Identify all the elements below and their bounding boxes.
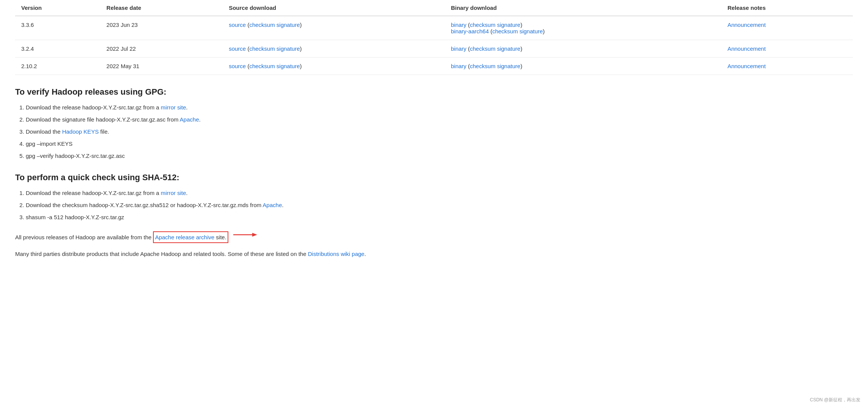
sha-step1-after: .: [186, 190, 187, 196]
sha-step2-before: Download the checksum hadoop-X.Y.Z-src.t…: [26, 202, 263, 208]
source-link[interactable]: source: [229, 63, 246, 69]
source-checksum-link[interactable]: checksum signature: [249, 45, 300, 52]
binary-link[interactable]: binary: [451, 45, 467, 52]
list-item: Download the checksum hadoop-X.Y.Z-src.t…: [26, 201, 853, 210]
col-header-release-notes: Release notes: [721, 0, 853, 16]
binary-download-cell: binary (checksum signature): [445, 40, 721, 58]
col-header-source-download: Source download: [223, 0, 445, 16]
binary-checksum-link[interactable]: checksum signature: [470, 22, 520, 28]
list-item: Download the Hadoop KEYS file.: [26, 127, 853, 136]
gpg-step3-before: Download the: [26, 128, 62, 135]
release-date-cell: 2023 Jun 23: [100, 16, 223, 40]
release-notes-cell: Announcement: [721, 40, 853, 58]
source-download-cell: source (checksum signature): [223, 58, 445, 75]
binary-aarch64-link-row: binary-aarch64 (checksum signature): [451, 28, 715, 34]
sha-step1-before: Download the release hadoop-X.Y.Z-src.ta…: [26, 190, 161, 196]
red-arrow-icon: [231, 231, 258, 242]
hadoop-keys-link[interactable]: Hadoop KEYS: [62, 128, 99, 135]
distributions-wiki-link[interactable]: Distributions wiki page: [308, 251, 364, 257]
third-party-paragraph: Many third parties distribute products t…: [15, 249, 853, 259]
list-item: shasum -a 512 hadoop-X.Y.Z-src.tar.gz: [26, 213, 853, 222]
svg-marker-1: [252, 233, 257, 237]
list-item: Download the release hadoop-X.Y.Z-src.ta…: [26, 189, 853, 198]
list-item: Download the signature file hadoop-X.Y.Z…: [26, 115, 853, 124]
gpg-step4-text: gpg –import KEYS: [26, 140, 72, 147]
archive-text-after: site.: [214, 234, 226, 240]
col-header-release-date: Release date: [100, 0, 223, 16]
table-row: 3.3.6 2023 Jun 23 source (checksum signa…: [15, 16, 853, 40]
archive-text-before: All previous releases of Hadoop are avai…: [15, 234, 153, 240]
binary-link-row: binary (checksum signature): [451, 22, 715, 28]
gpg-step1-after: .: [186, 104, 187, 111]
red-arrow-annotation: [231, 231, 258, 245]
announcement-link[interactable]: Announcement: [727, 63, 766, 69]
sha-steps-list: Download the release hadoop-X.Y.Z-src.ta…: [26, 189, 853, 222]
announcement-link[interactable]: Announcement: [727, 45, 766, 52]
gpg-step3-after: file.: [99, 128, 109, 135]
sha-section-heading: To perform a quick check using SHA-512:: [15, 173, 853, 182]
source-checksum-link[interactable]: checksum signature: [249, 22, 300, 28]
binary-checksum-link[interactable]: checksum signature: [470, 63, 520, 69]
binary-aarch64-checksum-link[interactable]: checksum signature: [492, 28, 543, 34]
source-link[interactable]: source: [229, 22, 246, 28]
release-notes-cell: Announcement: [721, 16, 853, 40]
releases-table: Version Release date Source download Bin…: [15, 0, 853, 75]
list-item: gpg –import KEYS: [26, 139, 853, 148]
sha-step2-after: .: [282, 202, 283, 208]
version-cell: 3.3.6: [15, 16, 100, 40]
gpg-section-heading: To verify Hadoop releases using GPG:: [15, 87, 853, 97]
version-cell: 2.10.2: [15, 58, 100, 75]
binary-download-cell: binary (checksum signature) binary-aarch…: [445, 16, 721, 40]
list-item: Download the release hadoop-X.Y.Z-src.ta…: [26, 103, 853, 112]
third-party-text-after: .: [364, 251, 366, 257]
release-notes-cell: Announcement: [721, 58, 853, 75]
source-download-cell: source (checksum signature): [223, 40, 445, 58]
source-download-cell: source (checksum signature): [223, 16, 445, 40]
gpg-steps-list: Download the release hadoop-X.Y.Z-src.ta…: [26, 103, 853, 161]
binary-aarch64-link[interactable]: binary-aarch64: [451, 28, 489, 34]
table-row: 2.10.2 2022 May 31 source (checksum sign…: [15, 58, 853, 75]
col-header-binary-download: Binary download: [445, 0, 721, 16]
table-row: 3.2.4 2022 Jul 22 source (checksum signa…: [15, 40, 853, 58]
announcement-link[interactable]: Announcement: [727, 22, 766, 28]
gpg-step2-after: .: [199, 116, 200, 123]
col-header-version: Version: [15, 0, 100, 16]
release-date-cell: 2022 May 31: [100, 58, 223, 75]
binary-download-cell: binary (checksum signature): [445, 58, 721, 75]
mirror-site-link-gpg[interactable]: mirror site: [161, 104, 186, 111]
source-link[interactable]: source: [229, 45, 246, 52]
gpg-step1-before: Download the release hadoop-X.Y.Z-src.ta…: [26, 104, 161, 111]
release-date-cell: 2022 Jul 22: [100, 40, 223, 58]
gpg-step2-before: Download the signature file hadoop-X.Y.Z…: [26, 116, 180, 123]
archive-annotation-box: Apache release archive site.: [153, 231, 228, 243]
list-item: gpg –verify hadoop-X.Y.Z-src.tar.gz.asc: [26, 151, 853, 161]
binary-link[interactable]: binary: [451, 63, 467, 69]
mirror-site-link-sha[interactable]: mirror site: [161, 190, 186, 196]
gpg-step5-text: gpg –verify hadoop-X.Y.Z-src.tar.gz.asc: [26, 153, 125, 159]
binary-checksum-link[interactable]: checksum signature: [470, 45, 520, 52]
sha-step3-text: shasum -a 512 hadoop-X.Y.Z-src.tar.gz: [26, 214, 124, 220]
archive-paragraph: All previous releases of Hadoop are avai…: [15, 231, 853, 245]
version-cell: 3.2.4: [15, 40, 100, 58]
apache-release-archive-link[interactable]: Apache release archive: [155, 234, 214, 240]
apache-link-gpg[interactable]: Apache: [180, 116, 199, 123]
third-party-text-before: Many third parties distribute products t…: [15, 251, 308, 257]
apache-link-sha[interactable]: Apache: [263, 202, 282, 208]
binary-link[interactable]: binary: [451, 22, 467, 28]
source-checksum-link[interactable]: checksum signature: [249, 63, 300, 69]
